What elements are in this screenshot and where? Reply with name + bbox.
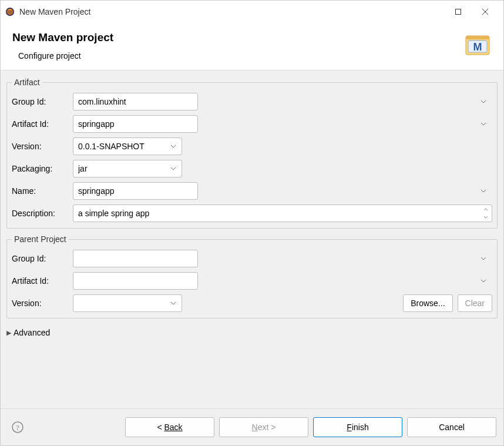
artifact-id-wrapper bbox=[73, 115, 492, 133]
group-id-wrapper bbox=[73, 93, 492, 110]
back-label: Back bbox=[164, 422, 182, 432]
parent-artifact-id-input[interactable] bbox=[73, 272, 198, 290]
chevron-down-icon bbox=[481, 100, 486, 103]
version-wrapper bbox=[73, 138, 182, 155]
page-title: New Maven project bbox=[12, 31, 113, 44]
chevron-down-icon bbox=[483, 216, 488, 219]
artifact-fieldset: Artifact Group Id: Artifact Id: Version: bbox=[6, 78, 498, 229]
eclipse-icon bbox=[5, 7, 15, 16]
svg-text:M: M bbox=[473, 41, 482, 53]
name-wrapper bbox=[73, 182, 492, 200]
packaging-wrapper bbox=[73, 160, 182, 177]
advanced-expander[interactable]: ▶ Advanced bbox=[6, 324, 498, 341]
spinner-controls bbox=[481, 206, 490, 220]
cancel-button[interactable]: Cancel bbox=[407, 417, 496, 437]
wizard-window: New Maven Project New Maven project Conf… bbox=[0, 0, 504, 446]
description-wrapper bbox=[73, 204, 492, 222]
description-row: Description: bbox=[12, 204, 492, 222]
parent-group-id-label: Group Id: bbox=[12, 254, 68, 263]
header-text: New Maven project Configure project bbox=[12, 31, 113, 61]
description-input[interactable] bbox=[73, 204, 492, 222]
packaging-row: Packaging: bbox=[12, 160, 492, 177]
artifact-id-input[interactable] bbox=[73, 115, 198, 133]
name-input[interactable] bbox=[73, 182, 198, 200]
titlebar-controls bbox=[445, 2, 499, 21]
content-area: Artifact Group Id: Artifact Id: Version: bbox=[1, 71, 503, 408]
parent-artifact-id-row: Artifact Id: bbox=[12, 272, 492, 290]
advanced-label: Advanced bbox=[14, 328, 50, 337]
help-icon[interactable]: ? bbox=[11, 421, 24, 434]
maximize-button[interactable] bbox=[445, 2, 472, 21]
maximize-icon bbox=[455, 8, 462, 15]
window-title: New Maven Project bbox=[19, 7, 445, 16]
svg-rect-3 bbox=[7, 12, 13, 12]
close-icon bbox=[482, 8, 489, 15]
version-label: Version: bbox=[12, 142, 68, 151]
description-label: Description: bbox=[12, 209, 68, 218]
chevron-down-icon bbox=[481, 279, 486, 283]
chevron-down-icon bbox=[481, 122, 486, 126]
maven-icon: M bbox=[463, 31, 492, 59]
parent-version-input[interactable] bbox=[73, 294, 182, 312]
packaging-label: Packaging: bbox=[12, 164, 68, 173]
chevron-up-icon bbox=[483, 208, 488, 211]
chevron-down-icon bbox=[481, 257, 486, 260]
group-id-input[interactable] bbox=[73, 93, 198, 110]
close-button[interactable] bbox=[472, 2, 499, 21]
parent-version-row: Version: Browse... Clear bbox=[12, 294, 492, 312]
artifact-id-label: Artifact Id: bbox=[12, 119, 68, 129]
expander-arrow-icon: ▶ bbox=[6, 329, 11, 337]
version-row: Version: bbox=[12, 138, 492, 155]
back-button[interactable]: < Back bbox=[125, 417, 214, 437]
parent-artifact-id-label: Artifact Id: bbox=[12, 276, 68, 286]
version-input[interactable] bbox=[73, 138, 182, 155]
svg-rect-4 bbox=[8, 13, 13, 14]
spinner-up-button[interactable] bbox=[481, 206, 490, 213]
name-label: Name: bbox=[12, 186, 68, 196]
wizard-header: New Maven project Configure project M bbox=[1, 23, 503, 71]
name-row: Name: bbox=[12, 182, 492, 200]
browse-button[interactable]: Browse... bbox=[403, 294, 452, 312]
next-button[interactable]: Next > bbox=[219, 417, 308, 437]
button-bar: ? < Back Next > Finish Cancel bbox=[1, 408, 503, 445]
finish-button[interactable]: Finish bbox=[313, 417, 402, 437]
parent-fieldset: Parent Project Group Id: Artifact Id: Ve… bbox=[6, 234, 498, 318]
parent-artifact-id-wrapper bbox=[73, 272, 492, 290]
svg-rect-5 bbox=[456, 9, 461, 15]
artifact-id-row: Artifact Id: bbox=[12, 115, 492, 133]
svg-rect-9 bbox=[466, 36, 489, 39]
clear-button[interactable]: Clear bbox=[458, 294, 492, 312]
svg-rect-2 bbox=[7, 11, 13, 11]
parent-group-id-wrapper bbox=[73, 250, 492, 267]
page-subtitle: Configure project bbox=[18, 51, 113, 61]
parent-version-label: Version: bbox=[12, 299, 68, 308]
svg-text:?: ? bbox=[16, 423, 19, 432]
spinner-down-button[interactable] bbox=[481, 214, 490, 220]
titlebar: New Maven Project bbox=[1, 1, 503, 23]
packaging-input[interactable] bbox=[73, 160, 182, 177]
parent-version-wrapper bbox=[73, 294, 182, 312]
group-id-row: Group Id: bbox=[12, 93, 492, 110]
parent-group-id-input[interactable] bbox=[73, 250, 198, 267]
chevron-down-icon bbox=[481, 189, 486, 193]
parent-legend: Parent Project bbox=[12, 234, 69, 244]
parent-group-id-row: Group Id: bbox=[12, 250, 492, 267]
group-id-label: Group Id: bbox=[12, 97, 68, 106]
artifact-legend: Artifact bbox=[12, 78, 42, 87]
